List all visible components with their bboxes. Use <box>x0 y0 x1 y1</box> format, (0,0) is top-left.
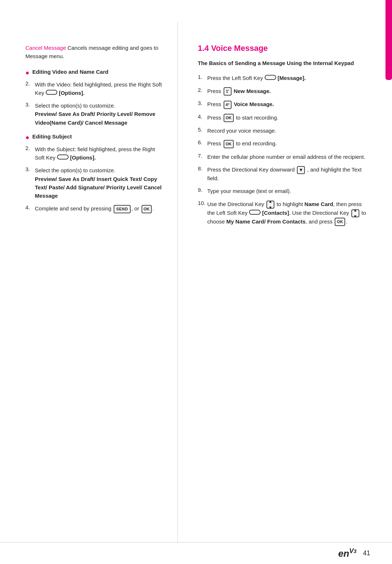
r-num-2: 2. <box>198 87 206 93</box>
r-num-3: 3. <box>198 100 206 106</box>
r-item-4-content: Press OK to start recording. <box>207 113 278 122</box>
right-item-9: 9. Type your message (text or email). <box>198 187 370 195</box>
video-item-3-content: Select the option(s) to customize. Previ… <box>35 101 163 127</box>
right-item-2: 2. Press 1' New Message. <box>198 87 370 96</box>
video-item-3: 3. Select the option(s) to customize. Pr… <box>25 101 163 127</box>
key-1-icon: 1' <box>224 87 232 96</box>
options-label-1: [Options]. <box>59 90 85 96</box>
item-num-2a: 2. <box>25 80 33 86</box>
right-item-10: 10. Use the Directional Key ▲▼ to highli… <box>198 200 370 226</box>
pink-accent-bar <box>385 0 392 80</box>
left-column: Cancel Message Cancels message editing a… <box>0 22 178 542</box>
editing-video-heading: Editing Video and Name Card <box>32 69 109 75</box>
r-num-7: 7. <box>198 153 206 159</box>
name-card-bold: Name Card <box>305 201 333 207</box>
ok-key-icon-4: OK <box>335 218 345 226</box>
left-softkey-icon-1 <box>265 75 276 80</box>
key-4-icon: 4° <box>224 101 232 109</box>
intro-paragraph: Cancel Message Cancels message editing a… <box>25 44 163 61</box>
item-num-3a: 3. <box>25 101 33 108</box>
editing-subject-heading: Editing Subject <box>32 133 72 140</box>
right-item-3: 3. Press 4° Voice Message. <box>198 100 370 109</box>
right-item-8: 8. Press the Directional Key downward ▼ … <box>198 165 370 182</box>
bullet-editing-subject: ● Editing Subject <box>25 133 163 141</box>
cancel-message-label: Cancel Message <box>25 45 66 51</box>
item-num-2b: 2. <box>25 145 33 151</box>
ok-key-icon-2: OK <box>224 114 234 122</box>
bullet-dot-1: ● <box>25 69 29 77</box>
right-column: 1.4 Voice Message The Basics of Sending … <box>178 22 392 542</box>
r-item-5-content: Record your voice message. <box>207 126 276 135</box>
r-item-7-content: Enter the cellular phone number or email… <box>207 153 365 161</box>
bullet-editing-video: ● Editing Video and Name Card <box>25 69 163 77</box>
bullet-dot-2: ● <box>25 134 29 141</box>
voice-message-label: Voice Message. <box>234 101 274 107</box>
contacts-label: [Contacts] <box>262 210 289 216</box>
item-num-4b: 4. <box>25 204 33 210</box>
subject-item-2: 2. With the Subject: field highlighted, … <box>25 145 163 162</box>
video-item-2-content: With the Video: field highlighted, press… <box>35 80 163 97</box>
right-item-5: 5. Record your voice message. <box>198 126 370 135</box>
subject-item-3-content: Select the option(s) to customize. Previ… <box>35 166 163 200</box>
intro-bold: The Basics of Sending a Message Using th… <box>198 59 370 67</box>
left-softkey-icon-2 <box>249 210 261 215</box>
ok-key-icon-1: OK <box>142 205 152 213</box>
r-num-5: 5. <box>198 126 206 133</box>
new-message-label: New Message. <box>234 88 271 94</box>
options-label-2: [Options]. <box>70 154 96 161</box>
message-label: [Message]. <box>278 75 306 81</box>
r-item-3-content: Press 4° Voice Message. <box>207 100 274 109</box>
r-item-10-content: Use the Directional Key ▲▼ to highlight … <box>207 200 370 226</box>
right-softkey-icon-1 <box>46 90 57 95</box>
r-item-6-content: Press OK to end recording. <box>207 139 277 148</box>
send-key-icon: SEND <box>114 205 131 213</box>
r-num-9: 9. <box>198 187 206 193</box>
r-num-6: 6. <box>198 139 206 145</box>
name-card-from-contacts-bold: My Name Card/ From Contacts <box>226 218 306 225</box>
r-item-1-content: Press the Left Soft Key [Message]. <box>207 74 306 82</box>
right-softkey-icon-2 <box>57 154 69 160</box>
r-item-9-content: Type your message (text or email). <box>207 187 291 195</box>
right-item-1: 1. Press the Left Soft Key [Message]. <box>198 74 370 82</box>
dir-key-updown-icon-2: ▲▼ <box>351 209 359 217</box>
footer: enV3 41 <box>0 542 392 564</box>
page-number: 41 <box>363 549 370 557</box>
right-item-6: 6. Press OK to end recording. <box>198 139 370 148</box>
video-item-2: 2. With the Video: field highlighted, pr… <box>25 80 163 97</box>
subject-item-4: 4. Complete and send by pressing SEND, o… <box>25 204 163 213</box>
subject-item-3: 3. Select the option(s) to customize. Pr… <box>25 166 163 200</box>
subject-item-4-content: Complete and send by pressing SEND, or O… <box>35 204 154 213</box>
dir-key-updown-icon: ▲▼ <box>266 201 274 209</box>
right-item-7: 7. Enter the cellular phone number or em… <box>198 153 370 161</box>
r-num-1: 1. <box>198 74 206 80</box>
subject-item-2-content: With the Subject: field highlighted, pre… <box>35 145 163 162</box>
right-item-4: 4. Press OK to start recording. <box>198 113 370 122</box>
r-num-4: 4. <box>198 113 206 120</box>
ok-key-icon-3: OK <box>224 140 234 148</box>
dir-key-down-icon: ▼ <box>297 166 305 174</box>
r-item-8-content: Press the Directional Key downward ▼ , a… <box>207 165 370 182</box>
item-num-3b: 3. <box>25 166 33 172</box>
r-num-10: 10. <box>198 200 206 206</box>
brand-logo: enV3 <box>338 547 356 559</box>
section-title: 1.4 Voice Message <box>198 44 370 53</box>
r-item-2-content: Press 1' New Message. <box>207 87 271 96</box>
subject-options-bold: Preview/ Save As Draft/ Insert Quick Tex… <box>35 176 162 199</box>
r-num-8: 8. <box>198 165 206 172</box>
video-options-bold: Preview/ Save As Draft/ Priority Level/ … <box>35 111 155 125</box>
